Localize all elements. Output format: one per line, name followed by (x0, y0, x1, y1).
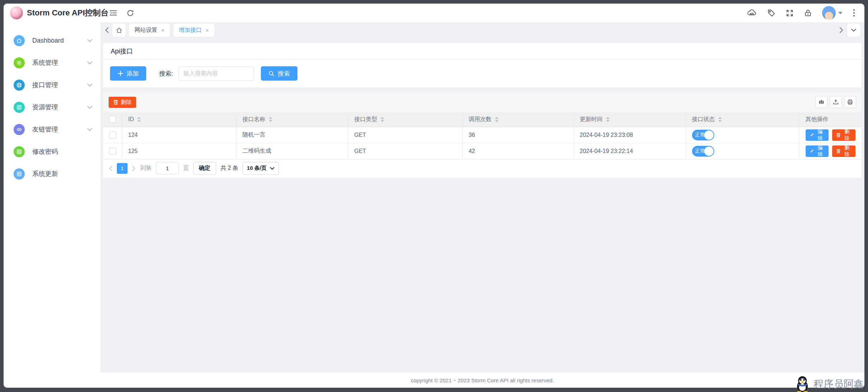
refresh-icon[interactable] (126, 9, 134, 17)
prev-page-icon[interactable] (109, 166, 113, 171)
goto-suffix-label: 页 (183, 164, 189, 172)
delete-button[interactable]: 删除 (832, 145, 855, 157)
column-header-actions: 其他操作 (806, 116, 829, 123)
more-vertical-icon[interactable] (853, 9, 855, 17)
copyright-text: copyright © 2021 ~ 2023 Storm Core API a… (411, 377, 554, 383)
lock-icon[interactable] (804, 9, 812, 17)
deploy-cloud-icon[interactable] (747, 9, 757, 17)
status-toggle[interactable]: 正常 (692, 146, 714, 157)
sidebar-item-label: 资源管理 (32, 103, 87, 111)
page-number-button[interactable]: 1 (117, 163, 128, 174)
sidebar-item-update[interactable]: 系统更新 (4, 163, 100, 185)
chevron-down-icon (87, 61, 92, 64)
next-page-icon[interactable] (132, 166, 136, 171)
pencil-icon (810, 133, 814, 137)
tab-close-icon[interactable]: × (206, 28, 209, 33)
page-content: Api接口 添加 搜索: 搜索 (100, 38, 864, 373)
sidebar-item-system[interactable]: 系统管理 (4, 52, 100, 74)
columns-view-button[interactable] (815, 96, 828, 108)
sort-icon[interactable] (718, 117, 722, 122)
confirm-page-button[interactable]: 确定 (193, 162, 216, 175)
tabs-forward-icon[interactable] (839, 27, 844, 33)
status-toggle[interactable]: 正常 (692, 130, 714, 140)
plus-icon (118, 71, 123, 76)
column-header-id[interactable]: ID (128, 116, 134, 123)
page-size-select[interactable]: 10 条/页 (243, 162, 279, 175)
qq-contact-label: 程序员阿鑫 (814, 377, 864, 391)
sort-icon[interactable] (495, 117, 499, 122)
table-row: 125 二维码生成 GET 42 2024-04-19 23:22:14 正常 (103, 143, 862, 159)
sidebar-item-label: Dashboard (32, 37, 87, 44)
cell-name: 随机一言 (236, 127, 348, 143)
table-grid-icon (14, 146, 25, 157)
cell-updated: 2024-04-19 23:23:08 (573, 127, 686, 143)
tabs-back-icon[interactable] (105, 27, 109, 33)
tab-site-settings[interactable]: 网站设置 × (129, 24, 170, 37)
column-header-status[interactable]: 接口状态 (692, 116, 715, 123)
caret-down-icon (838, 11, 843, 15)
goto-page-input[interactable] (156, 162, 179, 175)
edit-button[interactable]: 编辑 (806, 129, 829, 141)
select-all-checkbox[interactable] (109, 116, 116, 123)
cell-type: GET (348, 143, 462, 159)
search-button[interactable]: 搜索 (261, 66, 297, 81)
tag-icon[interactable] (767, 9, 776, 17)
home-icon (14, 35, 25, 46)
row-checkbox[interactable] (109, 148, 116, 155)
api-card: Api接口 添加 搜索: 搜索 (103, 43, 862, 87)
column-header-name[interactable]: 接口名称 (243, 116, 266, 123)
trash-icon (113, 100, 118, 105)
bulk-delete-button[interactable]: 删除 (109, 97, 136, 108)
delete-button[interactable]: 删除 (832, 129, 855, 141)
chevron-down-icon (87, 83, 92, 87)
link-icon (14, 124, 25, 135)
status-label: 正常 (695, 148, 705, 154)
sidebar-item-label: 系统更新 (32, 169, 92, 178)
column-header-calls[interactable]: 调用次数 (469, 116, 492, 123)
search-input[interactable] (178, 66, 254, 81)
sidebar-item-label: 系统管理 (32, 58, 87, 67)
sidebar-item-dashboard[interactable]: Dashboard (4, 29, 100, 52)
table-toolbar: 删除 (103, 92, 862, 112)
tabs-menu-button[interactable] (847, 24, 860, 37)
sidebar-item-resources[interactable]: 资源管理 (4, 96, 100, 118)
tab-add-api[interactable]: 增加接口 × (173, 24, 214, 37)
add-button[interactable]: 添加 (110, 66, 146, 81)
collapse-menu-icon[interactable] (109, 9, 118, 17)
sort-icon[interactable] (269, 117, 272, 122)
sidebar-item-password[interactable]: 修改密码 (4, 140, 100, 163)
pencil-icon (810, 149, 814, 153)
user-menu[interactable] (822, 6, 843, 20)
table-section: 删除 (103, 92, 862, 178)
table-grid-icon (14, 102, 25, 113)
edit-button[interactable]: 编辑 (806, 145, 829, 157)
tab-close-icon[interactable]: × (161, 28, 164, 33)
row-checkbox[interactable] (109, 132, 116, 139)
print-button[interactable] (844, 96, 856, 108)
search-label: 搜索: (159, 70, 173, 78)
sort-icon[interactable] (381, 117, 384, 122)
column-header-updated[interactable]: 更新时间 (580, 116, 603, 123)
export-button[interactable] (830, 96, 842, 108)
cell-calls: 42 (462, 143, 573, 159)
chevron-down-icon (87, 128, 92, 131)
chevron-down-icon (87, 106, 92, 109)
search-icon (268, 71, 275, 77)
fullscreen-icon[interactable] (786, 9, 794, 17)
toggle-knob (704, 130, 714, 140)
table-row: 124 随机一言 GET 36 2024-04-19 23:23:08 正常 (103, 127, 862, 143)
qq-contact-badge[interactable]: 程序员阿鑫 (795, 376, 864, 392)
sort-icon[interactable] (137, 117, 141, 122)
column-header-type[interactable]: 接口类型 (354, 116, 377, 123)
tab-home-button[interactable] (113, 24, 125, 37)
sort-icon[interactable] (606, 117, 610, 122)
status-label: 正常 (695, 132, 705, 138)
cell-calls: 36 (462, 127, 573, 143)
home-icon (116, 27, 123, 34)
sidebar-item-api[interactable]: 接口管理 (4, 74, 100, 96)
chevron-down-icon (87, 39, 92, 42)
app-window: Storm Core API控制台 (4, 4, 864, 388)
sidebar-item-links[interactable]: 友链管理 (4, 118, 100, 140)
chevron-down-icon (270, 167, 275, 170)
goto-prefix-label: 到第 (140, 164, 152, 172)
